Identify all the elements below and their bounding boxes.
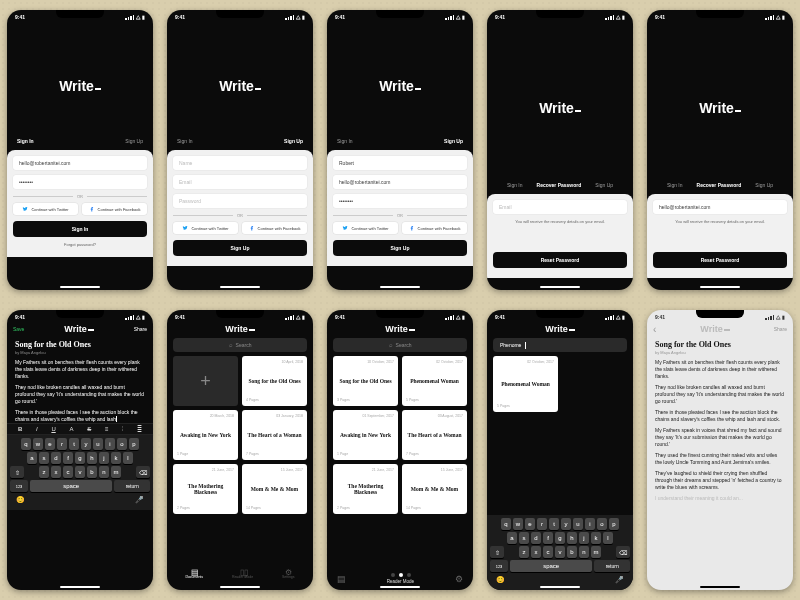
- key-t[interactable]: t: [69, 438, 79, 450]
- key-j[interactable]: j: [579, 532, 589, 544]
- tab-signup[interactable]: Sign Up: [444, 138, 463, 144]
- tab-signin[interactable]: Sign In: [667, 182, 683, 188]
- key-h[interactable]: h: [87, 452, 97, 464]
- email-field[interactable]: Email: [493, 200, 627, 214]
- key-b[interactable]: b: [87, 466, 97, 478]
- key-a[interactable]: a: [27, 452, 37, 464]
- tab-signup[interactable]: Sign Up: [125, 138, 143, 144]
- key-z[interactable]: z: [519, 546, 529, 558]
- emoji-icon[interactable]: 😊: [16, 496, 25, 504]
- home-indicator[interactable]: [380, 286, 420, 288]
- continue-facebook-button[interactable]: Continue with Facebook: [82, 203, 147, 215]
- align-button[interactable]: ≣: [137, 426, 142, 433]
- key-e[interactable]: e: [45, 438, 55, 450]
- document-card[interactable]: 02 October, 2017Phenomenal Woman5 Pages: [493, 356, 558, 412]
- key-123[interactable]: 123: [490, 560, 508, 572]
- key-h[interactable]: h: [567, 532, 577, 544]
- document-card[interactable]: 03 January, 2018The Heart of a Woman7 Pa…: [242, 410, 307, 460]
- tab-recover[interactable]: Recover Password: [697, 182, 742, 188]
- key-k[interactable]: k: [591, 532, 601, 544]
- key-z[interactable]: z: [39, 466, 49, 478]
- mic-icon[interactable]: 🎤: [135, 496, 144, 504]
- back-button[interactable]: ‹: [653, 324, 656, 335]
- key-j[interactable]: j: [99, 452, 109, 464]
- continue-twitter-button[interactable]: Continue with Twitter: [13, 203, 78, 215]
- key-return[interactable]: return: [114, 480, 150, 492]
- tab-signup[interactable]: Sign Up: [284, 138, 303, 144]
- key-u[interactable]: u: [573, 518, 583, 530]
- key-n[interactable]: n: [579, 546, 589, 558]
- continue-twitter-button[interactable]: Continue with Twitter: [173, 222, 238, 234]
- key-q[interactable]: q: [501, 518, 511, 530]
- reset-password-button[interactable]: Reset Password: [653, 252, 787, 268]
- key-y[interactable]: y: [561, 518, 571, 530]
- document-card[interactable]: 03 August, 2017The Heart of a Woman7 Pag…: [402, 410, 467, 460]
- share-button[interactable]: Share: [774, 326, 787, 332]
- key-return[interactable]: return: [594, 560, 630, 572]
- key-f[interactable]: f: [63, 452, 73, 464]
- tab-signin[interactable]: Sign In: [177, 138, 193, 144]
- key-shift[interactable]: ⇧: [490, 546, 504, 558]
- password-field[interactable]: Password: [173, 194, 307, 208]
- key-b[interactable]: b: [567, 546, 577, 558]
- next-icon[interactable]: ⚙: [455, 574, 463, 584]
- document-card[interactable]: 15 June, 2017Mom & Me & Mom14 Pages: [242, 464, 307, 514]
- signin-button[interactable]: Sign In: [13, 221, 147, 237]
- email-field[interactable]: hello@robertanitei.com: [653, 200, 787, 214]
- key-q[interactable]: q: [21, 438, 31, 450]
- bullet-button[interactable]: ≡: [105, 426, 109, 432]
- key-i[interactable]: i: [105, 438, 115, 450]
- document-card[interactable]: 21 June, 2017The Mothering Blackness2 Pa…: [173, 464, 238, 514]
- email-field[interactable]: Email: [173, 175, 307, 189]
- tab-signin[interactable]: Sign In: [507, 182, 523, 188]
- key-m[interactable]: m: [111, 466, 121, 478]
- search-input[interactable]: Phenome: [493, 338, 627, 352]
- forgot-password-link[interactable]: Forgot password?: [13, 242, 147, 247]
- document-card[interactable]: 15 June, 2017Mom & Me & Mom14 Pages: [402, 464, 467, 514]
- home-indicator[interactable]: [700, 286, 740, 288]
- search-input[interactable]: ⌕Search: [333, 338, 467, 352]
- emoji-icon[interactable]: 😊: [496, 576, 505, 584]
- tab-recover[interactable]: Recover Password: [537, 182, 582, 188]
- document-card[interactable]: 21 June, 2017The Mothering Blackness2 Pa…: [333, 464, 398, 514]
- new-document-button[interactable]: +: [173, 356, 238, 406]
- name-field[interactable]: Name: [173, 156, 307, 170]
- key-w[interactable]: w: [513, 518, 523, 530]
- home-indicator[interactable]: [380, 586, 420, 588]
- key-shift[interactable]: ⇧: [10, 466, 24, 478]
- prev-icon[interactable]: ▤: [337, 574, 346, 584]
- key-n[interactable]: n: [99, 466, 109, 478]
- key-123[interactable]: 123: [10, 480, 28, 492]
- key-o[interactable]: o: [597, 518, 607, 530]
- mic-icon[interactable]: 🎤: [615, 576, 624, 584]
- document-body[interactable]: Song for the Old Ones by Maya Angelou My…: [7, 336, 153, 423]
- key-v[interactable]: v: [75, 466, 85, 478]
- key-r[interactable]: r: [57, 438, 67, 450]
- tab-signin[interactable]: Sign In: [337, 138, 353, 144]
- key-d[interactable]: d: [531, 532, 541, 544]
- italic-button[interactable]: I: [36, 426, 38, 432]
- share-button[interactable]: Share: [134, 326, 147, 332]
- key-g[interactable]: g: [75, 452, 85, 464]
- key-d[interactable]: d: [51, 452, 61, 464]
- document-card[interactable]: 01 September, 2017Awaking in New York1 P…: [333, 410, 398, 460]
- key-x[interactable]: x: [531, 546, 541, 558]
- key-delete[interactable]: ⌫: [616, 546, 630, 558]
- search-input[interactable]: ⌕Search: [173, 338, 307, 352]
- key-m[interactable]: m: [591, 546, 601, 558]
- key-g[interactable]: g: [555, 532, 565, 544]
- key-t[interactable]: t: [549, 518, 559, 530]
- password-field[interactable]: ••••••••: [333, 194, 467, 208]
- name-field[interactable]: Robert: [333, 156, 467, 170]
- key-f[interactable]: f: [543, 532, 553, 544]
- key-v[interactable]: v: [555, 546, 565, 558]
- continue-facebook-button[interactable]: Continue with Facebook: [402, 222, 467, 234]
- key-w[interactable]: w: [33, 438, 43, 450]
- key-p[interactable]: p: [609, 518, 619, 530]
- key-o[interactable]: o: [117, 438, 127, 450]
- password-field[interactable]: ••••••••: [13, 175, 147, 189]
- key-k[interactable]: k: [111, 452, 121, 464]
- reset-password-button[interactable]: Reset Password: [493, 252, 627, 268]
- home-indicator[interactable]: [220, 586, 260, 588]
- strike-button[interactable]: S: [87, 426, 91, 432]
